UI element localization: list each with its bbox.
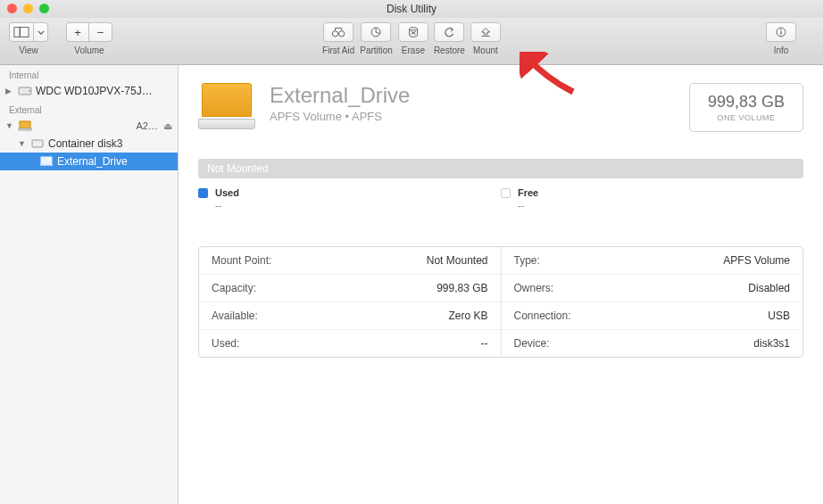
svg-point-8 [780, 29, 781, 30]
volume-add-button[interactable]: + [66, 22, 89, 42]
volume-label: Volume [74, 45, 104, 55]
external-drive-icon [18, 120, 32, 132]
info-row: Owners:Disabled [502, 275, 803, 302]
content-pane: External_Drive APFS Volume • APFS 999,83… [179, 65, 823, 504]
info-value: 999,83 GB [436, 282, 487, 294]
svg-point-5 [409, 28, 417, 30]
mount-button[interactable] [470, 22, 501, 42]
disclosure-triangle-icon[interactable]: ▼ [5, 121, 14, 130]
svg-rect-0 [14, 28, 20, 37]
sidebar-item-internal-disk[interactable]: ▶ WDC WD10JPVX-75J… [0, 82, 178, 100]
mount-label: Mount [473, 45, 498, 55]
info-row: Connection:USB [502, 302, 803, 330]
sidebar-item-container[interactable]: ▼ Container disk3 [0, 135, 178, 153]
disk-size-label: A2… [137, 120, 158, 131]
volume-label: External_Drive [57, 155, 172, 168]
info-row: Used:-- [199, 330, 501, 357]
volume-icon-large [198, 83, 255, 129]
volume-icon [39, 155, 54, 168]
restore-button[interactable] [434, 22, 464, 42]
partition-button[interactable] [362, 22, 392, 42]
svg-point-3 [339, 31, 345, 37]
svg-point-11 [29, 90, 30, 92]
used-label: Used [215, 187, 239, 198]
info-value: Not Mounted [427, 254, 488, 267]
info-value: Disabled [748, 282, 790, 294]
info-row: Device:disk3s1 [502, 330, 803, 357]
info-row: Type:APFS Volume [502, 247, 803, 275]
disclosure-triangle-icon[interactable]: ▶ [5, 87, 14, 95]
info-value: -- [481, 337, 488, 350]
status-bar: Not Mounted [198, 159, 803, 178]
info-key: Available: [212, 310, 258, 322]
container-label: Container disk3 [48, 137, 172, 150]
info-button[interactable] [766, 22, 796, 42]
svg-rect-12 [20, 121, 30, 128]
view-button[interactable] [9, 22, 34, 42]
view-label: View [19, 45, 38, 55]
firstaid-label: First Aid [322, 45, 354, 55]
info-row: Capacity:999,83 GB [199, 275, 501, 302]
firstaid-button[interactable] [323, 22, 353, 42]
disclosure-triangle-icon[interactable]: ▼ [18, 139, 27, 148]
disk-label: WDC WD10JPVX-75J… [36, 85, 172, 97]
info-row: Mount Point:Not Mounted [199, 247, 501, 275]
volume-size: 999,83 GB [708, 93, 785, 112]
info-value: APFS Volume [723, 254, 790, 267]
size-box: 999,83 GB ONE VOLUME [689, 83, 803, 132]
erase-label: Erase [402, 45, 425, 55]
volume-name: External_Drive [270, 83, 675, 108]
svg-point-2 [332, 31, 337, 37]
info-value: USB [768, 310, 790, 322]
container-icon [30, 137, 45, 150]
free-label: Free [518, 187, 538, 198]
svg-rect-15 [41, 157, 52, 164]
svg-rect-1 [20, 28, 29, 37]
svg-rect-16 [40, 164, 53, 166]
info-table: Mount Point:Not MountedCapacity:999,83 G… [198, 246, 803, 358]
view-dropdown-button[interactable] [34, 22, 48, 42]
free-swatch [501, 188, 511, 198]
info-key: Device: [514, 337, 550, 350]
info-key: Connection: [514, 310, 571, 322]
free-value: -- [518, 200, 538, 211]
restore-label: Restore [434, 45, 465, 55]
used-value: -- [215, 200, 239, 211]
info-value: Zero KB [448, 310, 487, 322]
minimize-window-button[interactable] [23, 4, 33, 13]
zoom-window-button[interactable] [39, 4, 49, 13]
info-label: Info [774, 45, 789, 55]
window-title: Disk Utility [387, 3, 436, 15]
volume-subtitle: APFS Volume • APFS [270, 110, 675, 123]
info-key: Used: [212, 337, 239, 350]
svg-rect-13 [19, 128, 31, 130]
close-window-button[interactable] [7, 4, 17, 13]
info-key: Type: [514, 254, 540, 267]
sidebar-item-external-disk[interactable]: ▼ A2… ⏏ [0, 117, 178, 135]
used-swatch [198, 188, 208, 198]
info-key: Mount Point: [212, 254, 271, 267]
erase-button[interactable] [398, 22, 428, 42]
toolbar: View + − Volume First Aid Partition Eras… [0, 18, 823, 65]
window-controls [7, 4, 49, 13]
volume-size-sub: ONE VOLUME [708, 113, 785, 122]
info-row: Available:Zero KB [199, 302, 501, 330]
info-value: disk3s1 [753, 337, 790, 350]
info-key: Capacity: [212, 282, 256, 294]
sidebar-header-internal: Internal [0, 65, 178, 82]
svg-rect-14 [32, 140, 43, 147]
sidebar-item-volume[interactable]: External_Drive [0, 153, 178, 170]
sidebar: Internal ▶ WDC WD10JPVX-75J… External ▼ … [0, 65, 179, 504]
partition-label: Partition [360, 45, 393, 55]
info-key: Owners: [514, 282, 554, 294]
sidebar-header-external: External [0, 100, 178, 117]
eject-icon[interactable]: ⏏ [163, 120, 172, 132]
titlebar: Disk Utility [0, 0, 823, 18]
volume-remove-button[interactable]: − [89, 22, 112, 42]
hdd-icon [18, 85, 32, 97]
